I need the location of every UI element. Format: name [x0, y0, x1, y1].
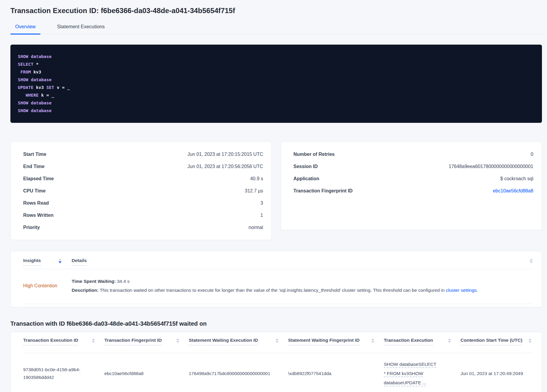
session-id-label: Session ID — [293, 164, 318, 169]
waited-on-table: Transaction Execution ID Transaction Fin… — [10, 332, 542, 392]
insight-details: Time Spent Waiting: 34.4 s Description: … — [72, 277, 533, 295]
sort-asc-icon — [59, 259, 62, 261]
waited-on-header-row: Transaction Execution ID Transaction Fin… — [23, 332, 533, 353]
sql-line: SELECT * — [18, 60, 535, 68]
sort-desc-icon — [276, 341, 279, 343]
sort-desc-icon — [59, 261, 62, 263]
row-application: Application $ cockroach sql — [293, 173, 533, 185]
elapsed-time-value: 40.9 s — [250, 176, 263, 181]
row-end-time: End Time Jun 01, 2023 at 17:20:56:2056 U… — [23, 160, 263, 173]
row-number-of-retries: Number of Retries 0 — [293, 148, 533, 160]
rows-written-value: 1 — [260, 213, 263, 218]
cell-transaction-execution: SHOW databaseSELECT * FROM kv3SHOW datab… — [384, 360, 460, 387]
sort-desc-icon — [529, 341, 532, 343]
sort-desc-icon — [530, 261, 533, 263]
sort-asc-icon — [276, 338, 279, 340]
sort-icon[interactable] — [176, 338, 179, 343]
row-rows-written: Rows Written 1 — [23, 209, 263, 221]
priority-value: normal — [249, 225, 263, 230]
sort-asc-icon — [529, 338, 532, 340]
sort-desc-icon — [371, 341, 374, 343]
sql-line: SHOW database — [18, 53, 535, 60]
sort-icon[interactable] — [448, 338, 451, 343]
header-contention-start-time: Contention Start Time (UTC) — [460, 338, 533, 353]
sort-desc-icon — [448, 341, 451, 343]
rows-read-label: Rows Read — [23, 200, 49, 206]
execution-details-card: Start Time Jun 01, 2023 at 17:20:15:2015… — [10, 142, 272, 240]
sort-desc-icon — [92, 341, 95, 343]
insights-table: Insights Details High Contention Time Sp… — [10, 251, 542, 307]
insight-row: High Contention Time Spent Waiting: 34.4… — [23, 269, 533, 304]
sort-icon[interactable] — [530, 259, 533, 263]
tab-statement-executions[interactable]: Statement Executions — [52, 24, 110, 34]
cell-transaction-execution-id: 9738d051-bc0e-4158-a9b4-1903586ddd42 — [23, 366, 104, 381]
description-line: Description: This transaction waited on … — [72, 286, 533, 295]
sql-line: SHOW database — [18, 76, 535, 84]
row-priority: Priority normal — [23, 221, 263, 233]
row-start-time: Start Time Jun 01, 2023 at 17:20:15:2015… — [23, 148, 263, 160]
session-id-value: 17648a9eea6017800000000000000001 — [449, 164, 533, 169]
page-content: Transaction Execution ID: f6be6366-da03-… — [0, 0, 547, 392]
row-cpu-time: CPU Time 312.7 µs — [23, 185, 263, 197]
cpu-time-value: 312.7 µs — [245, 188, 263, 194]
header-transaction-fingerprint-id: Transaction Fingerprint ID — [104, 338, 189, 353]
high-contention-badge: High Contention — [23, 283, 72, 288]
transaction-fingerprint-link[interactable]: ebc10ae56cfd88a8 — [493, 188, 533, 194]
end-time-value: Jun 01, 2023 at 17:20:56:2056 UTC — [188, 164, 263, 169]
sort-desc-icon — [176, 341, 179, 343]
rows-read-value: 3 — [260, 200, 263, 206]
row-rows-read: Rows Read 3 — [23, 197, 263, 209]
application-value: $ cockroach sql — [500, 176, 533, 181]
waited-on-heading: Transaction with ID f6be6366-da03-48de-a… — [10, 320, 542, 327]
sql-line: FROM kv3 — [18, 68, 535, 76]
sql-line: SHOW database — [18, 107, 535, 115]
waited-on-data-row: 9738d051-bc0e-4158-a9b4-1903586ddd42 ebc… — [23, 353, 533, 392]
details-column-header[interactable]: Details — [72, 258, 87, 266]
cell-statement-waiting-execution-id: 176498a9c717bdc80000000000000001 — [189, 370, 288, 377]
start-time-label: Start Time — [23, 152, 46, 157]
sort-asc-icon — [371, 338, 374, 340]
cell-contention-start-time: Jun 01, 2023 at 17:20:49:2049 — [460, 370, 533, 377]
sql-line: UPDATE kv3 SET v = _ — [18, 84, 535, 91]
tab-overview[interactable]: Overview — [10, 24, 40, 34]
row-elapsed-time: Elapsed Time 40.9 s — [23, 173, 263, 185]
session-details-card: Number of Retries 0 Session ID 17648a9ee… — [281, 142, 542, 230]
sort-icon[interactable] — [371, 338, 374, 343]
page-title: Transaction Execution ID: f6be6366-da03-… — [10, 7, 542, 15]
application-label: Application — [293, 176, 319, 181]
transaction-execution-link[interactable]: SHOW databaseSELECT * FROM kv3SHOW datab… — [384, 360, 439, 387]
sort-asc-icon — [176, 338, 179, 340]
elapsed-time-label: Elapsed Time — [23, 176, 54, 181]
sort-icon[interactable] — [529, 338, 532, 343]
priority-label: Priority — [23, 225, 40, 230]
insights-card-padding — [23, 304, 533, 307]
sort-icon[interactable] — [92, 338, 95, 343]
insights-header-row: Insights Details — [23, 251, 533, 269]
header-transaction-execution-id: Transaction Execution ID — [23, 338, 104, 353]
summary-cards: Start Time Jun 01, 2023 at 17:20:15:2015… — [10, 142, 542, 240]
end-time-label: End Time — [23, 164, 45, 169]
header-statement-waiting-fingerprint-id: Statement Waiting Fingerprint ID — [288, 338, 384, 353]
cell-statement-waiting-fingerprint-id: \xdb8922f077541dda — [288, 370, 384, 377]
sql-line: SHOW database — [18, 99, 535, 107]
transaction-fingerprint-label: Transaction Fingerprint ID — [293, 188, 353, 194]
retries-value: 0 — [531, 152, 533, 157]
sort-asc-icon — [530, 259, 533, 261]
insights-header-cell: Insights — [23, 258, 72, 266]
time-spent-waiting-line: Time Spent Waiting: 34.4 s — [72, 277, 533, 286]
retries-label: Number of Retries — [293, 152, 335, 157]
cpu-time-label: CPU Time — [23, 188, 45, 194]
sort-asc-icon — [92, 338, 95, 340]
sort-asc-icon — [448, 338, 451, 340]
rows-written-label: Rows Written — [23, 213, 54, 218]
sql-line: WHERE k = _ — [18, 91, 535, 99]
start-time-value: Jun 01, 2023 at 17:20:15:2015 UTC — [188, 152, 263, 157]
cell-transaction-fingerprint-id: ebc10ae56cfd88a8 — [104, 370, 189, 377]
sort-icon[interactable] — [59, 259, 62, 263]
cluster-settings-link[interactable]: cluster settings — [446, 288, 477, 293]
header-transaction-execution: Transaction Execution — [384, 338, 460, 353]
sort-icon[interactable] — [276, 338, 279, 343]
header-statement-waiting-execution-id: Statement Waiting Execution ID — [189, 338, 288, 353]
row-transaction-fingerprint-id: Transaction Fingerprint ID ebc10ae56cfd8… — [293, 185, 533, 197]
insights-column-header[interactable]: Insights — [23, 258, 41, 266]
